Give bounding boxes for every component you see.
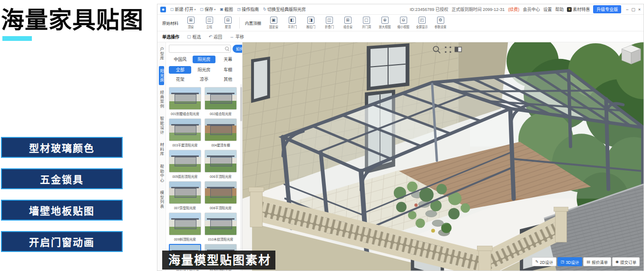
model-thumbnail-7[interactable]: 008平顶阳光房 [205,181,237,210]
minimize-button[interactable]: – [626,7,628,12]
hero-button-1[interactable]: 五金锁具 [1,168,123,189]
model-thumbnail-6[interactable]: 007异型阳光房 [169,181,201,210]
model-thumbnail-8[interactable]: 009斜顶阳光房 [169,213,201,242]
selection-mode-label: 单选操作 [162,34,179,40]
search-row: 如何选型? [169,45,239,53]
titlebar-link-0[interactable]: 会员中心 [523,6,540,12]
panel-tab-2[interactable]: 经典案例 [159,87,164,111]
app-logo-icon: ◆ [160,7,166,12]
scrollbar-thumb[interactable] [240,87,242,121]
license-id: ID:23456789 已授权 [410,6,449,12]
hero-button-3[interactable]: 开启门窗动画 [1,231,123,252]
maximize-button[interactable]: ▢ [631,7,635,12]
model-thumbnail-9[interactable]: 010木纹顶阳光房 [205,213,237,242]
titlebar-link-label: 帮助 [555,6,564,12]
menu-label: 截图 [224,6,233,12]
toolbar-item-label: 组合窗 [343,25,352,29]
titlebar-link-label: 会员中心 [523,6,540,12]
subcategory-chip-2[interactable]: 车棚 [217,66,239,74]
model-thumbnail-5[interactable]: 006平顶阳光房 [205,150,237,179]
sub-tool-icon: ↔ [230,34,234,39]
subcategory-chip-4[interactable]: 凉亭 [193,76,215,83]
titlebar: ◆ ▢新建·打开▾▢保存▾▣截图◳操作指南↻切换至经典版阳光房 ID:23456… [157,4,644,14]
toolbar-button-b-5[interactable]: ▢开门洞 [359,17,373,29]
toolbar-item-label: 立柱 [206,25,213,29]
howto-button[interactable]: 如何选型? [233,45,242,53]
close-button[interactable]: × [638,7,641,12]
subcategory-chip-3[interactable]: 花架 [169,76,191,83]
hero-button-2[interactable]: 墙壁地板贴图 [1,200,123,221]
titlebar-link-1[interactable]: 设置 [543,6,552,12]
panel-tab-3[interactable]: 智能设计 [159,114,164,137]
3d-viewport[interactable]: ✎2D设计◳3D设计▤报价清单◉提交订单 [243,42,644,271]
model-thumbnail-4[interactable]: 005弧形顶阳光房 [169,150,201,179]
menu-item-3[interactable]: ◳操作指南 [237,6,259,12]
chevron-down-icon: ▾ [214,8,215,11]
toolbar-button-b-3[interactable]: ◫折叠门 [322,17,336,29]
menu-item-4[interactable]: ↻切换至经典版阳光房 [263,6,306,12]
model-thumbnail-3[interactable]: 004屋顶车棚 [205,118,237,147]
menu-item-0[interactable]: ▢新建·打开▾ [170,6,196,12]
model-thumbnail-caption: 005弧形顶阳光房 [170,174,200,178]
search-input[interactable] [169,45,231,53]
viewport-mode-button-3[interactable]: ◉提交订单 [612,257,640,266]
titlebar-link-3[interactable]: ¥素材特惠 [567,6,590,12]
model-thumbnail-1[interactable]: 002组合阳光房 [205,87,237,116]
upgrade-cta-button[interactable]: 升级专业版 [593,5,621,13]
sub-tool-2[interactable]: ↔平移 [230,34,244,40]
panel-tab-4[interactable]: 材料库 [159,140,164,159]
category-chip-2[interactable]: 天幕 [217,56,239,63]
toolbar-button-b-8[interactable]: ◰全屏显示 [415,17,429,29]
model-thumbnail-image [205,150,237,173]
model-thumbnail-0[interactable]: 001别墅组合阳光房 [169,87,201,116]
subcategory-chip-0[interactable]: 全部 [169,66,191,74]
toolbar-button-b-icon: ⊕ [381,17,389,24]
panel-tab-1[interactable]: 阳光房 [159,66,164,86]
hero-title: 海量家具贴图 [1,1,144,35]
nav-cube[interactable] [622,45,641,64]
category-chip-1[interactable]: 阳光房 [193,56,215,63]
renew-link[interactable]: (续费) [508,6,519,12]
sub-tool-0[interactable]: ▢框选 [187,34,201,40]
menu-item-2[interactable]: ▣截图 [220,6,233,12]
menu-bar: ▢新建·打开▾▢保存▾▣截图◳操作指南↻切换至经典版阳光房 [170,6,306,12]
panel-scrollbar[interactable] [240,84,242,271]
panel-tab-0[interactable]: 户型库 [159,44,164,64]
model-thumbnail-caption: 010木纹顶阳光房 [206,236,236,241]
panel-body: 如何选型? 中国风阳光房天幕 全部阳光房车棚花架凉亭其他 001别墅组合阳光房0… [166,42,242,271]
toolbar-button-1[interactable]: ◫立柱 [202,17,216,29]
hero-button-0[interactable]: 型材玻璃颜色 [1,137,123,158]
viewport-mode-label: 3D设计 [566,259,579,265]
toolbar-button-b-2[interactable]: ◨推拉门 [303,17,318,29]
toolbar-button-b-1[interactable]: ◧平开门 [285,17,299,29]
hero-buttons: 型材玻璃颜色五金锁具墙壁地板贴图开启门窗动画 [1,137,123,252]
subcategory-chip-1[interactable]: 阳光房 [193,66,215,74]
panel-tab-6[interactable]: 模型列表 [159,188,164,212]
toolbar-button-b-7[interactable]: ⊖缩小视图 [396,17,410,29]
toolbar-button-b-9[interactable]: ⚙参数设置 [433,17,448,29]
model-thumbnail-caption: 009斜顶阳光房 [170,236,200,241]
menu-item-1[interactable]: ▢保存▾ [200,6,216,12]
promo-badge-icon: ¥ [567,7,572,12]
toolbar-button-b-6[interactable]: ⊕放大视图 [378,17,392,29]
viewport-mode-icon: ✎ [535,260,538,264]
toolbar-button-2[interactable]: ⊟屋顶 [221,17,235,29]
toolbar-button-b-4[interactable]: ⊞组合窗 [341,17,355,29]
category-chip-0[interactable]: 中国风 [169,56,191,63]
subcategory-chip-5[interactable]: 其他 [217,76,239,83]
viewport-mode-button-1[interactable]: ◳3D设计 [557,257,582,266]
viewport-mode-button-2[interactable]: ▤报价清单 [583,257,611,266]
sub-tool-1[interactable]: ↶返回 [209,34,223,40]
titlebar-right: ID:23456789 已授权 正式版到期时间 2099-12-31 (续费) … [410,5,641,13]
viewport-mode-button-0[interactable]: ✎2D设计 [532,257,556,266]
titlebar-link-2[interactable]: 帮助 [555,6,564,12]
model-thumbnail-2[interactable]: 003平屋顶阳光房 [169,118,201,147]
toolbar-item-label: 顶窗 [188,25,194,29]
toolbar-button-b-icon: ⊞ [344,17,351,24]
toolbar-button-b-0[interactable]: ▣固定窗 [266,17,281,29]
search-wrap [169,45,231,53]
toolbar-item-label: 缩小视图 [397,25,409,29]
toolbar-item-label: 屋顶 [225,25,231,29]
panel-tab-5[interactable]: 帮助中心 [159,162,164,185]
toolbar-button-0[interactable]: ⊞顶窗 [184,17,198,29]
